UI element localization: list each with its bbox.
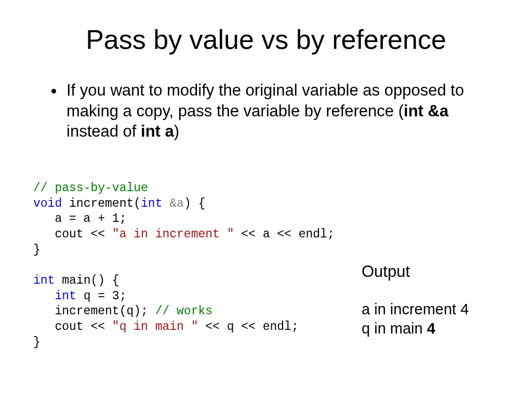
- bullet-text-mid: instead of: [66, 122, 141, 140]
- code-text: }: [33, 243, 41, 257]
- code-keyword-void: void: [33, 197, 62, 210]
- code-keyword-int: int: [33, 274, 55, 287]
- code-keyword-int: int: [141, 197, 169, 210]
- code-string: "q in main ": [112, 320, 198, 334]
- code-comment: // works: [155, 304, 212, 318]
- code-comment: // pass-by-value: [33, 181, 148, 195]
- bullet-bold-2: int a: [141, 122, 174, 140]
- output-value: 4: [460, 301, 469, 317]
- bullet-section: If you want to modify the original varia…: [0, 55, 532, 142]
- code-text: increment(: [62, 197, 141, 210]
- slide-title: Pass by value vs by reference: [0, 0, 532, 55]
- code-text: cout <<: [33, 320, 112, 334]
- output-line-2: q in main 4: [362, 319, 469, 338]
- code-text: cout <<: [33, 228, 112, 241]
- code-text: q = 3;: [76, 289, 127, 303]
- bullet-bold-1: int &a: [404, 102, 448, 120]
- code-text: increment(q);: [33, 304, 155, 318]
- output-line-1: a in increment 4: [362, 300, 469, 319]
- output-text: q in main: [362, 320, 427, 337]
- code-param-ref: &a: [169, 197, 184, 210]
- code-text: }: [33, 336, 41, 349]
- code-string: "a in increment ": [112, 228, 234, 241]
- code-block: // pass-by-value void increment(int &a) …: [33, 181, 335, 350]
- output-text: a in increment: [362, 301, 460, 317]
- code-text: ) {: [184, 197, 205, 210]
- code-text: a = a + 1;: [33, 212, 126, 225]
- code-text: << q << endl;: [198, 320, 298, 334]
- output-section: Output a in increment 4 q in main 4: [362, 262, 469, 338]
- code-text: << a << endl;: [234, 228, 334, 241]
- code-keyword-int: int: [55, 289, 76, 303]
- output-value-bold: 4: [427, 320, 435, 337]
- bullet-text-post: ): [174, 122, 179, 140]
- code-text: main() {: [55, 274, 119, 287]
- bullet-item: If you want to modify the original varia…: [64, 80, 501, 142]
- code-text: [33, 289, 55, 303]
- output-heading: Output: [362, 262, 469, 282]
